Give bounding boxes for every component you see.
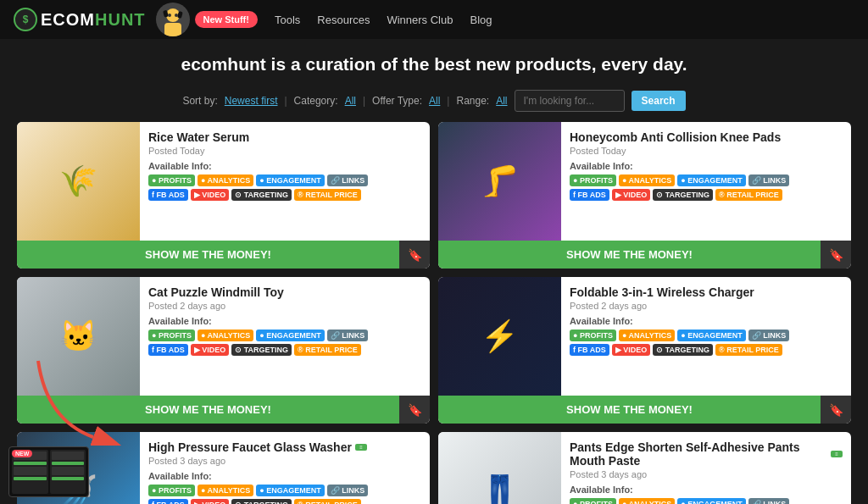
nav-links: Tools Resources Winners Club Blog	[275, 14, 492, 26]
tag-analytics: ● ANALYTICS	[619, 174, 675, 186]
tag-engagement: ● ENGAGEMENT	[677, 498, 745, 504]
tag-video: ▶ VIDEO	[612, 189, 651, 201]
card-footer: SHOW ME THE MONEY! 🔖	[438, 241, 851, 269]
tag-video: ▶ VIDEO	[191, 344, 230, 356]
product-posted: Posted Today	[148, 146, 421, 156]
tag-links: 🔗 LINKS	[327, 485, 369, 496]
product-title: Cat Puzzle Windmill Toy	[148, 285, 421, 299]
tag-video: ▶ VIDEO	[612, 344, 651, 356]
tag-profits: ● PROFITS	[148, 174, 195, 186]
tag-targeting: ⊙ TARGETING	[231, 499, 292, 504]
offer-select[interactable]: All	[429, 95, 440, 107]
product-title: Foldable 3-in-1 Wireless Charger	[570, 285, 843, 299]
show-money-button[interactable]: SHOW ME THE MONEY!	[17, 241, 399, 269]
nav-blog[interactable]: Blog	[470, 14, 492, 26]
range-label: Range:	[456, 95, 489, 107]
product-title: Rice Water Serum	[148, 130, 421, 144]
bookmark-button[interactable]: 🔖	[399, 396, 430, 424]
tag-profits: ● PROFITS	[148, 330, 195, 341]
category-select[interactable]: All	[345, 95, 356, 107]
bookmark-button[interactable]: 🔖	[821, 241, 851, 269]
hero-text: ecomhunt is a curation of the best new p…	[181, 54, 687, 74]
tag-links: 🔗 LINKS	[748, 174, 790, 186]
tag-retail: ® RETAIL PRICE	[294, 189, 361, 201]
range-select[interactable]: All	[496, 95, 507, 107]
available-info-label: Available Info:	[570, 485, 843, 495]
product-posted: Posted 3 days ago	[148, 456, 421, 466]
svg-point-5	[168, 14, 171, 17]
tag-analytics: ● ANALYTICS	[198, 174, 253, 186]
tag-video: ▶ VIDEO	[191, 499, 230, 504]
logo-text: ECOMHUNT	[41, 10, 146, 30]
show-money-button[interactable]: SHOW ME THE MONEY!	[438, 396, 821, 424]
tag-links: 🔗 LINKS	[748, 330, 790, 341]
search-input[interactable]	[515, 90, 625, 112]
tag-retail: ® RETAIL PRICE	[294, 344, 361, 356]
sort-select[interactable]: Newest first	[225, 95, 278, 107]
tag-retail: ® RETAIL PRICE	[715, 189, 782, 201]
card-footer: SHOW ME THE MONEY! 🔖	[17, 396, 430, 424]
tag-profits: ● PROFITS	[148, 485, 195, 496]
hero-section: ecomhunt is a curation of the best new p…	[0, 39, 868, 83]
product-image-knee-pads: 🦵	[438, 122, 561, 241]
tag-engagement: ● ENGAGEMENT	[256, 174, 324, 186]
card-footer: SHOW ME THE MONEY! 🔖	[438, 396, 851, 424]
nav-resources[interactable]: Resources	[317, 14, 370, 26]
available-info-label: Available Info:	[148, 471, 421, 481]
product-card-cat-toy: 🐱 Cat Puzzle Windmill Toy Posted 2 days …	[17, 277, 430, 424]
available-info-label: Available Info:	[570, 161, 843, 171]
tag-engagement: ● ENGAGEMENT	[677, 330, 745, 341]
product-card-pants-tape: 👖 Pants Edge Shorten Self-Adhesive Pants…	[438, 432, 851, 504]
tag-retail: ® RETAIL PRICE	[715, 344, 782, 356]
tag-links: 🔗 LINKS	[327, 330, 369, 341]
svg-point-6	[175, 14, 178, 17]
nav-tools[interactable]: Tools	[275, 14, 300, 26]
tag-fbads: f FB ADS	[570, 189, 609, 201]
tag-engagement: ● ENGAGEMENT	[677, 174, 745, 186]
tag-targeting: ⊙ TARGETING	[653, 344, 713, 356]
product-image-pants-tape: 👖	[438, 432, 561, 504]
product-title: Honeycomb Anti Collision Knee Pads	[570, 130, 843, 144]
product-card-rice-water: 🌾 Rice Water Serum Posted Today Availabl…	[17, 122, 430, 269]
tag-analytics: ● ANALYTICS	[198, 485, 253, 496]
available-info-label: Available Info:	[570, 316, 843, 326]
available-info-label: Available Info:	[148, 316, 421, 326]
tag-profits: ● PROFITS	[570, 174, 616, 186]
tag-retail: ® RETAIL PRICE	[294, 499, 361, 504]
product-image-cat-toy: 🐱	[17, 277, 140, 396]
product-image-rice-water: 🌾	[17, 122, 140, 241]
bookmark-button[interactable]: 🔖	[821, 396, 851, 424]
card-footer: SHOW ME THE MONEY! 🔖	[17, 241, 430, 269]
offer-label: Offer Type:	[372, 95, 422, 107]
tag-links: 🔗 LINKS	[748, 498, 790, 504]
category-label: Category:	[294, 95, 338, 107]
tag-fbads: f FB ADS	[148, 189, 188, 201]
sort-label: Sort by:	[182, 95, 217, 107]
tag-analytics: ● ANALYTICS	[619, 330, 675, 341]
product-title: High Pressure Faucet Glass Washer ≡	[148, 440, 421, 454]
tag-profits: ● PROFITS	[570, 330, 616, 341]
tag-analytics: ● ANALYTICS	[198, 330, 253, 341]
new-stuff-button[interactable]: New Stuff!	[195, 11, 258, 28]
nav-winners[interactable]: Winners Club	[387, 14, 453, 26]
product-posted: Posted 2 days ago	[570, 301, 843, 311]
product-card-knee-pads: 🦵 Honeycomb Anti Collision Knee Pads Pos…	[438, 122, 851, 269]
tag-engagement: ● ENGAGEMENT	[256, 485, 324, 496]
products-grid: 🌾 Rice Water Serum Posted Today Availabl…	[0, 122, 868, 504]
show-money-button[interactable]: SHOW ME THE MONEY!	[438, 241, 821, 269]
mascot-avatar	[156, 3, 190, 36]
product-posted: Posted Today	[570, 146, 843, 156]
product-posted: Posted 2 days ago	[148, 301, 421, 311]
logo-icon: $	[14, 8, 37, 31]
show-money-button[interactable]: SHOW ME THE MONEY!	[17, 396, 399, 424]
search-button[interactable]: Search	[632, 91, 686, 111]
navbar: $ ECOMHUNT New Stuff! Tools Resources Wi…	[0, 0, 868, 39]
product-image-charger: ⚡	[438, 277, 561, 396]
bookmark-button[interactable]: 🔖	[399, 241, 430, 269]
tag-links: 🔗 LINKS	[327, 174, 369, 186]
tag-targeting: ⊙ TARGETING	[653, 189, 713, 201]
product-card-charger: ⚡ Foldable 3-in-1 Wireless Charger Poste…	[438, 277, 851, 424]
product-posted: Posted 3 days ago	[570, 469, 843, 479]
new-badge: NEW	[12, 450, 32, 457]
tag-analytics: ● ANALYTICS	[619, 498, 675, 504]
